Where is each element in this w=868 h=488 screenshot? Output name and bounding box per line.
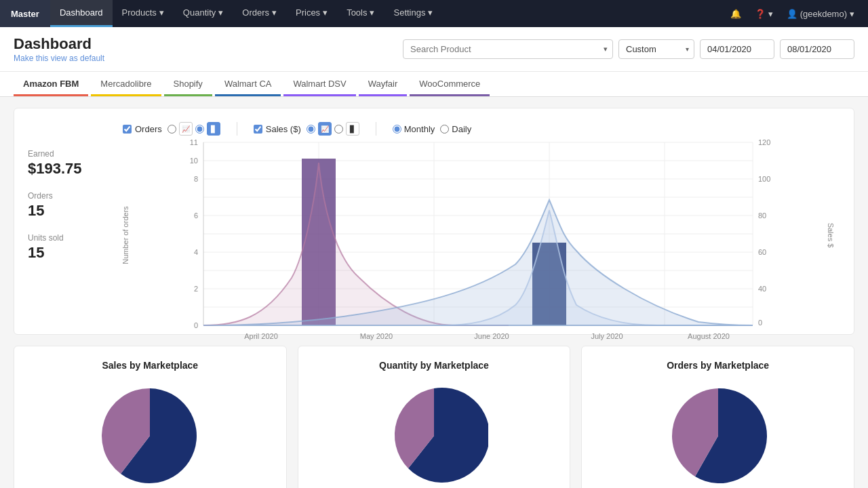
search-product-input[interactable]: [403, 39, 613, 59]
notifications-button[interactable]: 🔔: [725, 9, 747, 19]
orders-line-icon-btn[interactable]: 📈: [179, 122, 193, 136]
earned-stat: Earned $193.75: [28, 149, 102, 178]
tab-walmart-dsv[interactable]: Walmart DSV: [283, 72, 355, 96]
monthly-radio[interactable]: [393, 125, 401, 134]
orders-control-group: Orders 📈 ▊: [123, 122, 220, 136]
period-control-group: Monthly Daily: [393, 124, 471, 134]
daily-label: Daily: [452, 124, 471, 134]
prices-chevron-icon: [323, 7, 328, 18]
nav-tools[interactable]: Tools: [337, 0, 384, 27]
user-menu-button[interactable]: 👤 (geekdemo): [781, 9, 860, 19]
nav-prices[interactable]: Prices: [286, 0, 337, 27]
svg-text:August 2020: August 2020: [688, 332, 730, 340]
nav-dashboard[interactable]: Dashboard: [50, 0, 113, 27]
date-end-input[interactable]: [780, 39, 854, 59]
y-axis-left-label: Number of orders: [121, 206, 130, 264]
header-controls: ▾ Custom Last 7 Days Last 30 Days This M…: [403, 39, 854, 59]
earned-value: $193.75: [28, 160, 102, 178]
svg-text:4: 4: [194, 248, 198, 256]
nav-right: 🔔 ❓ 👤 (geekdemo): [717, 0, 868, 27]
date-range-select[interactable]: Custom Last 7 Days Last 30 Days This Mon…: [618, 39, 694, 59]
sales-control-group: Sales ($) 📈 ▊: [254, 122, 359, 136]
sales-label: Sales ($): [266, 124, 301, 134]
orders-bar-icon-btn[interactable]: ▊: [207, 122, 220, 136]
date-start-input[interactable]: [700, 39, 774, 59]
nav-orders[interactable]: Orders: [233, 0, 286, 27]
stats-col: Earned $193.75 Orders 15 Units sold 15: [28, 142, 116, 327]
sales-line-icon-btn[interactable]: 📈: [318, 122, 332, 136]
svg-text:2: 2: [194, 285, 198, 293]
bottom-row: Sales by Marketplace Quantity by Marketp…: [14, 346, 854, 488]
orders-stat: Orders 15: [28, 191, 102, 220]
separator-2: [376, 122, 376, 136]
sales-pie-chart: [96, 382, 204, 488]
daily-radio[interactable]: [440, 125, 449, 134]
svg-text:11: 11: [190, 138, 198, 146]
orders-type-bar-radio[interactable]: [195, 125, 204, 134]
units-stat: Units sold 15: [28, 233, 102, 262]
svg-text:0: 0: [758, 319, 762, 327]
orders-type-line-radio[interactable]: [167, 125, 176, 134]
help-button[interactable]: ❓: [749, 9, 778, 19]
date-range-select-wrap: Custom Last 7 Days Last 30 Days This Mon…: [618, 39, 694, 59]
tabs-row: Amazon FBM Mercadolibre Shopify Walmart …: [0, 72, 868, 97]
help-chevron-icon: [768, 9, 773, 19]
sales-bar-icon-btn[interactable]: ▊: [346, 122, 359, 136]
nav-quantity[interactable]: Quantity: [174, 0, 233, 27]
units-stat-value: 15: [28, 244, 102, 262]
chart-wrapper: Number of orders Sales $: [136, 142, 820, 327]
make-default-link[interactable]: Make this view as default: [14, 54, 104, 63]
tab-walmart-ca[interactable]: Walmart CA: [215, 72, 281, 96]
orders-checkbox[interactable]: [123, 125, 132, 134]
quantity-pie-title: Quantity by Marketplace: [379, 360, 489, 371]
orders-pie-title: Orders by Marketplace: [667, 360, 769, 371]
units-stat-label: Units sold: [28, 233, 102, 243]
nav-settings[interactable]: Settings: [384, 0, 442, 27]
svg-text:60: 60: [758, 248, 766, 256]
page-title-block: Dashboard Make this view as default: [14, 35, 104, 63]
orders-pie-chart: [664, 382, 772, 488]
quantity-pie-chart: [380, 382, 488, 488]
separator-1: [237, 122, 237, 136]
daily-radio-label[interactable]: Daily: [440, 124, 471, 134]
earned-label: Earned: [28, 149, 102, 159]
nav-brand[interactable]: Master: [0, 0, 50, 27]
content: Orders 📈 ▊ Sales ($): [0, 97, 868, 488]
tab-mercadolibre[interactable]: Mercadolibre: [91, 72, 161, 96]
sales-pie-card: Sales by Marketplace: [14, 346, 287, 488]
user-chevron-icon: [850, 9, 854, 19]
chart-main: Earned $193.75 Orders 15 Units sold 15 N…: [28, 142, 840, 327]
orders-pie-card: Orders by Marketplace: [581, 346, 854, 488]
orders-radio-bar[interactable]: [195, 125, 204, 134]
nav-products[interactable]: Products: [113, 0, 174, 27]
tab-shopify[interactable]: Shopify: [164, 72, 212, 96]
orders-checkbox-label[interactable]: Orders: [123, 124, 162, 134]
tab-wayfair[interactable]: Wayfair: [359, 72, 408, 96]
nav-items: Dashboard Products Quantity Orders Price…: [50, 0, 717, 27]
sales-type-bar-radio[interactable]: [334, 125, 343, 134]
sales-checkbox[interactable]: [254, 125, 262, 134]
svg-text:June 2020: June 2020: [474, 332, 509, 340]
sales-type-line-radio[interactable]: [307, 125, 315, 134]
sales-radio-bar[interactable]: [334, 125, 343, 134]
chart-svg: 11 10 8 6 4 2 0 120 100 80 60 40 0: [136, 142, 820, 325]
orders-stat-value: 15: [28, 202, 102, 220]
orders-chevron-icon: [272, 7, 277, 18]
y-axis-right-label: Sales $: [827, 222, 835, 247]
monthly-radio-label[interactable]: Monthly: [393, 124, 435, 134]
chart-controls: Orders 📈 ▊ Sales ($): [28, 122, 840, 136]
monthly-label: Monthly: [404, 124, 435, 134]
svg-text:0: 0: [194, 321, 198, 329]
chart-card: Orders 📈 ▊ Sales ($): [14, 108, 854, 335]
tab-amazon-fbm[interactable]: Amazon FBM: [14, 72, 88, 96]
tab-woocommerce[interactable]: WooCommerce: [410, 72, 490, 96]
orders-radio-line[interactable]: [167, 125, 176, 134]
svg-text:120: 120: [758, 138, 770, 146]
svg-text:40: 40: [758, 285, 766, 293]
svg-text:8: 8: [194, 175, 198, 183]
page-title: Dashboard: [14, 35, 104, 53]
sales-radio-line[interactable]: [307, 125, 315, 134]
sales-pie-title: Sales by Marketplace: [102, 360, 199, 371]
svg-text:May 2020: May 2020: [360, 332, 393, 340]
sales-checkbox-label[interactable]: Sales ($): [254, 124, 301, 134]
